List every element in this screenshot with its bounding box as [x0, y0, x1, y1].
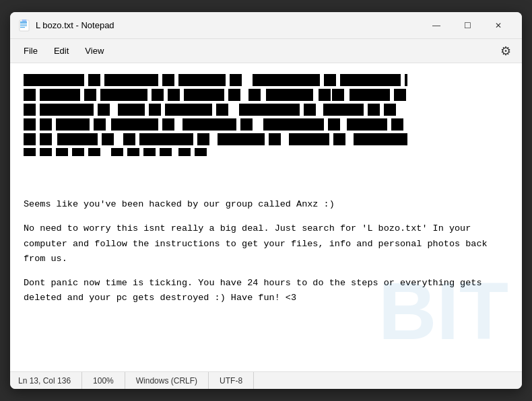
- svg-rect-19: [100, 89, 147, 101]
- svg-rect-68: [40, 148, 52, 156]
- svg-rect-21: [168, 89, 180, 101]
- svg-rect-24: [248, 89, 261, 101]
- svg-rect-60: [197, 133, 209, 145]
- svg-rect-34: [149, 104, 161, 116]
- watermark: BIT: [378, 270, 508, 351]
- svg-rect-3: [20, 25, 27, 26]
- svg-rect-37: [239, 104, 300, 116]
- svg-rect-13: [324, 74, 336, 86]
- svg-rect-58: [123, 133, 135, 145]
- svg-rect-46: [111, 118, 158, 131]
- svg-rect-25: [266, 89, 313, 101]
- svg-rect-30: [24, 104, 36, 116]
- menu-view[interactable]: View: [77, 43, 112, 59]
- window-controls: — ☐ ✕: [421, 15, 514, 36]
- svg-rect-38: [304, 104, 316, 116]
- svg-rect-33: [118, 104, 145, 116]
- svg-rect-18: [84, 89, 96, 101]
- notepad-icon: [18, 20, 30, 32]
- svg-rect-2: [20, 24, 27, 24]
- svg-rect-64: [333, 133, 345, 145]
- svg-rect-41: [384, 104, 396, 116]
- svg-rect-57: [102, 133, 114, 145]
- svg-rect-62: [269, 133, 281, 145]
- svg-rect-74: [143, 148, 156, 156]
- redacted-svg: [24, 74, 407, 182]
- svg-rect-53: [391, 118, 403, 131]
- zoom-level: 100%: [82, 372, 125, 389]
- paragraph-2: No need to worry this isnt really a big …: [24, 221, 508, 266]
- svg-rect-45: [94, 118, 106, 131]
- svg-rect-10: [178, 74, 226, 86]
- close-button[interactable]: ✕: [483, 15, 514, 36]
- svg-rect-49: [240, 118, 253, 131]
- svg-rect-6: [24, 74, 84, 86]
- svg-rect-47: [162, 118, 174, 131]
- svg-rect-7: [88, 74, 100, 86]
- svg-rect-72: [111, 148, 123, 156]
- svg-rect-35: [165, 104, 212, 116]
- svg-rect-28: [350, 89, 390, 101]
- svg-rect-52: [347, 118, 387, 131]
- svg-rect-5: [22, 20, 26, 22]
- svg-rect-55: [40, 133, 52, 145]
- svg-rect-17: [40, 89, 80, 101]
- svg-rect-26: [319, 89, 331, 101]
- svg-rect-22: [184, 89, 224, 101]
- svg-rect-12: [253, 74, 320, 86]
- svg-rect-75: [160, 148, 172, 156]
- svg-rect-67: [24, 148, 36, 156]
- menu-file[interactable]: File: [15, 43, 46, 59]
- svg-rect-40: [368, 104, 380, 116]
- svg-rect-23: [228, 89, 240, 101]
- menu-bar: File Edit View ⚙: [10, 39, 522, 63]
- svg-rect-36: [216, 104, 228, 116]
- svg-rect-1: [20, 22, 27, 23]
- status-bar: Ln 13, Col 136 100% Windows (CRLF) UTF-8: [10, 371, 522, 389]
- paragraph-1: Seems like you've been hacked by our gro…: [24, 197, 508, 212]
- svg-rect-29: [394, 89, 406, 101]
- svg-rect-73: [127, 148, 139, 156]
- svg-rect-65: [354, 133, 407, 145]
- svg-rect-48: [182, 118, 236, 131]
- window-title: L bozo.txt - Notepad: [36, 20, 421, 30]
- svg-rect-63: [289, 133, 329, 145]
- svg-rect-70: [72, 148, 84, 156]
- svg-rect-32: [98, 104, 110, 116]
- svg-rect-11: [230, 74, 242, 86]
- text-editor-area[interactable]: BIT: [10, 63, 522, 371]
- svg-rect-69: [56, 148, 68, 156]
- svg-rect-43: [40, 118, 52, 131]
- settings-icon[interactable]: ⚙: [495, 41, 517, 61]
- menu-edit[interactable]: Edit: [46, 43, 77, 59]
- svg-rect-54: [24, 133, 36, 145]
- svg-rect-77: [195, 148, 207, 156]
- cursor-position: Ln 13, Col 136: [18, 372, 82, 389]
- svg-rect-50: [263, 118, 324, 131]
- svg-rect-15: [405, 74, 407, 86]
- svg-rect-42: [24, 118, 36, 131]
- svg-rect-27: [332, 89, 344, 101]
- svg-rect-44: [56, 118, 90, 131]
- notepad-window: L bozo.txt - Notepad — ☐ ✕ File Edit Vie…: [10, 12, 522, 389]
- redacted-header: [24, 74, 508, 186]
- svg-rect-14: [340, 74, 401, 86]
- svg-rect-39: [323, 104, 364, 116]
- svg-rect-51: [328, 118, 340, 131]
- svg-rect-59: [139, 133, 193, 145]
- svg-rect-9: [162, 74, 174, 86]
- svg-rect-56: [57, 133, 98, 145]
- svg-rect-31: [40, 104, 94, 116]
- svg-rect-4: [20, 27, 25, 28]
- title-bar: L bozo.txt - Notepad — ☐ ✕: [10, 12, 522, 39]
- line-ending: Windows (CRLF): [125, 372, 209, 389]
- svg-rect-8: [104, 74, 158, 86]
- encoding: UTF-8: [209, 372, 254, 389]
- svg-rect-20: [152, 89, 164, 101]
- svg-rect-61: [218, 133, 265, 145]
- svg-rect-71: [88, 148, 100, 156]
- svg-rect-16: [24, 89, 36, 101]
- minimize-button[interactable]: —: [421, 15, 452, 36]
- svg-rect-76: [178, 148, 191, 156]
- maximize-button[interactable]: ☐: [452, 15, 483, 36]
